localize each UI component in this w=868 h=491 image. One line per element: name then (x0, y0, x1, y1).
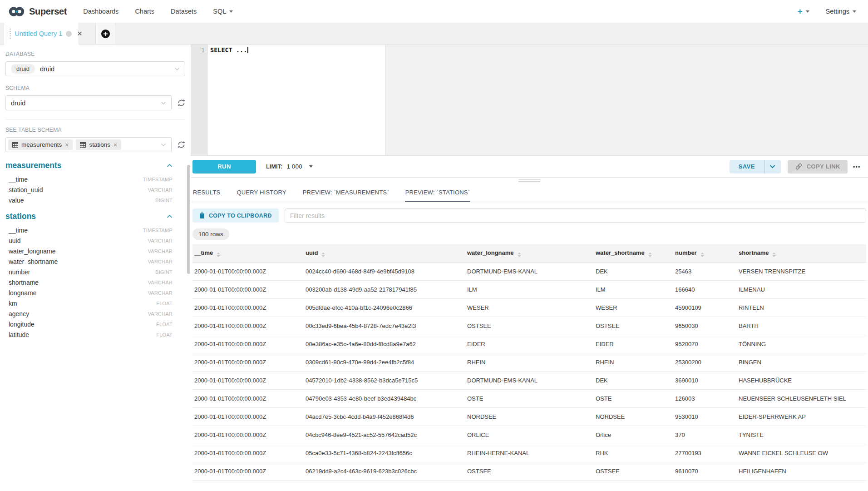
cell-shortname: HASEHUBBRÜCKE (735, 372, 866, 390)
results-tab[interactable]: PREVIEW: `STATIONS` (405, 184, 470, 202)
cell-water-longname: DORTMUND-EMS-KANAL (464, 372, 592, 390)
table-row[interactable]: 2000-01-01T00:00:00.000Z 04790e03-4353-4… (192, 390, 866, 408)
top-navbar: Superset Dashboards Charts Datasets SQL (0, 0, 868, 23)
copy-link-button[interactable]: COPY LINK (788, 160, 848, 174)
filter-results-input[interactable] (285, 208, 866, 223)
new-item-menu[interactable]: + (798, 7, 809, 15)
column-type: VARCHAR (148, 280, 173, 285)
table-schema-select[interactable]: measurements × stati (5, 137, 172, 152)
cell-water-longname: RHEIN-HERNE-KANAL (464, 444, 592, 462)
limit-dropdown[interactable]: LIMIT: 1 000 (266, 163, 313, 170)
table-row[interactable]: 2000-01-01T00:00:00.000Z 0309cd61-90c9-4… (192, 353, 866, 372)
drag-handle-icon[interactable] (10, 29, 11, 39)
table-row[interactable]: 2000-01-01T00:00:00.000Z 06219dd9-a2c4-4… (192, 462, 866, 481)
column-header[interactable]: water_shortname (592, 244, 671, 263)
cell-shortname: TYNISTE (735, 426, 866, 444)
column-type: FLOAT (156, 322, 173, 327)
cell-shortname: BINGEN (735, 353, 866, 372)
nav-item[interactable]: Charts (135, 8, 154, 15)
nav-item[interactable]: Dashboards (83, 8, 118, 15)
close-tab-icon[interactable]: × (77, 30, 82, 37)
scrollbar-thumb[interactable] (187, 165, 190, 274)
cell-water-shortname: RHK (592, 444, 671, 462)
nav-item[interactable]: Datasets (171, 8, 197, 15)
cell-water-shortname: WESER (592, 299, 671, 317)
table-row[interactable]: 2000-01-01T00:00:00.000Z 04acd7e5-3cbc-4… (192, 408, 866, 426)
results-tab[interactable]: PREVIEW: `MEASUREMENTS` (302, 184, 390, 202)
table-chip[interactable]: measurements × (8, 139, 73, 150)
results-tab[interactable]: RESULTS (192, 184, 221, 202)
sort-icon[interactable] (518, 253, 521, 257)
refresh-tables-button[interactable] (178, 141, 185, 149)
table-row[interactable]: 2000-01-01T00:00:00.000Z 0024cc40-d690-4… (192, 263, 866, 281)
column-header-label: number (675, 249, 697, 256)
sort-icon[interactable] (700, 253, 704, 257)
cell-water-longname: ORLICE (464, 426, 592, 444)
cell-uuid: 0309cd61-90c9-470e-99d4-2ee4fb2c5f84 (302, 353, 464, 372)
limit-value: 1 000 (287, 163, 302, 170)
results-table: __time uuid water_longname (192, 244, 866, 481)
sort-icon[interactable] (648, 253, 652, 257)
editor-code-area[interactable]: SELECT ... (208, 45, 868, 155)
cell-water-longname: EIDER (464, 335, 592, 353)
collapse-chevron-up-icon[interactable] (167, 214, 173, 218)
cell-uuid: 0024cc40-d690-468d-84f9-4e9bf45d9108 (302, 263, 464, 281)
table-chip[interactable]: stations × (76, 139, 121, 150)
results-tab[interactable]: QUERY HISTORY (236, 184, 286, 202)
schema-select[interactable]: druid (5, 95, 172, 110)
nav-item[interactable]: SQL (213, 8, 233, 15)
row-count-badge: 100 rows (192, 228, 229, 240)
collapse-chevron-up-icon[interactable] (167, 164, 173, 168)
column-type: VARCHAR (148, 187, 173, 193)
nav-item-label: Datasets (171, 8, 197, 15)
table-row[interactable]: 2000-01-01T00:00:00.000Z 04572010-1db2-4… (192, 372, 866, 390)
save-button[interactable]: SAVE (730, 160, 764, 174)
column-header[interactable]: shortname (735, 244, 866, 263)
refresh-icon (178, 141, 185, 149)
remove-chip-icon[interactable]: × (113, 143, 117, 147)
save-options-button[interactable] (764, 160, 781, 174)
plus-icon: + (798, 7, 803, 15)
column-header[interactable]: water_longname (464, 244, 592, 263)
add-tab-button[interactable] (95, 23, 115, 45)
pane-resize-handle[interactable] (191, 178, 868, 184)
remove-chip-icon[interactable]: × (65, 143, 69, 147)
column-header[interactable]: __time (192, 244, 302, 263)
cell-uuid: 005dfdae-efcc-410a-bf1c-24096e0c2866 (302, 299, 464, 317)
more-options-button[interactable]: ••• (853, 164, 861, 170)
database-select[interactable]: druid druid (5, 61, 185, 76)
schema-column-row: shortname VARCHAR (5, 277, 185, 288)
table-row[interactable]: 2000-01-01T00:00:00.000Z 00e386ac-e35c-4… (192, 335, 866, 353)
settings-menu[interactable]: Settings (826, 8, 856, 15)
table-row[interactable]: 2000-01-01T00:00:00.000Z 05ca0e33-5c71-4… (192, 444, 866, 462)
sort-icon[interactable] (321, 253, 325, 257)
sidebar-divider (5, 119, 185, 119)
refresh-schemas-button[interactable] (178, 99, 185, 107)
table-row[interactable]: 2000-01-01T00:00:00.000Z 04cbc946-8ee9-4… (192, 426, 866, 444)
table-row[interactable]: 2000-01-01T00:00:00.000Z 003200ab-d138-4… (192, 281, 866, 299)
sort-icon[interactable] (772, 253, 776, 257)
chevron-down-icon (853, 10, 856, 13)
cell-water-longname: OSTSEE (464, 317, 592, 335)
table-name-measurements[interactable]: measurements (5, 161, 62, 170)
column-header[interactable]: number (671, 244, 735, 263)
copy-to-clipboard-button[interactable]: COPY TO CLIPBOARD (192, 208, 279, 223)
run-button[interactable]: RUN (192, 160, 256, 174)
superset-logo-icon (8, 6, 25, 17)
query-tab-active[interactable]: Untitled Query 1 × (4, 23, 79, 45)
cell-uuid: 003200ab-d138-49d9-aa52-217817941f85 (302, 281, 464, 299)
column-header-label: water_longname (467, 249, 514, 256)
cell-time: 2000-01-01T00:00:00.000Z (192, 390, 302, 408)
column-header[interactable]: uuid (302, 244, 464, 263)
table-name-stations[interactable]: stations (5, 212, 36, 221)
sql-editor[interactable]: 1 SELECT ... (191, 45, 868, 156)
table-row[interactable]: 2000-01-01T00:00:00.000Z 005dfdae-efcc-4… (192, 299, 866, 317)
query-status-dot (66, 31, 72, 37)
schema-column-row: agency VARCHAR (5, 308, 185, 319)
table-row[interactable]: 2000-01-01T00:00:00.000Z 00c33ed9-6bea-4… (192, 317, 866, 335)
cell-number: 27700193 (671, 444, 735, 462)
sort-icon[interactable] (217, 253, 220, 257)
superset-brand[interactable]: Superset (8, 6, 67, 17)
schema-section-measurements: measurements __time TIMESTAMP station_uu… (5, 161, 185, 205)
column-type: FLOAT (156, 301, 173, 306)
